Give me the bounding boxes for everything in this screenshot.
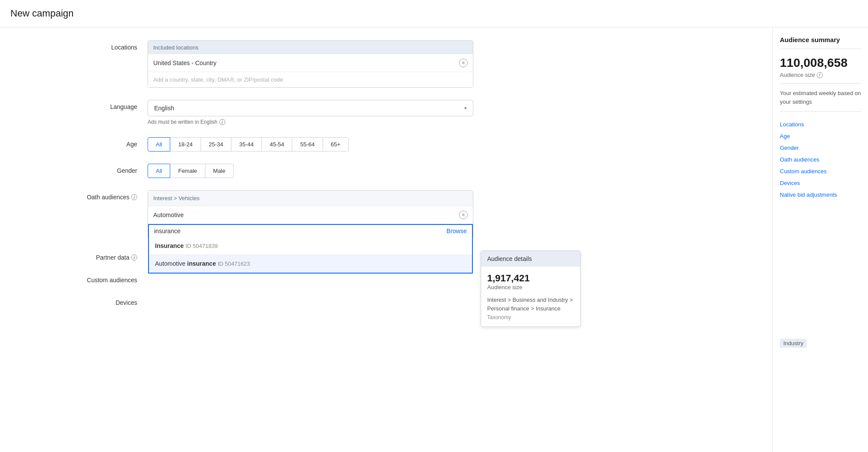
dropdown-item-auto-insurance[interactable]: Automotive insurance ID 50471623 Audienc… xyxy=(149,255,472,273)
language-label: Language xyxy=(78,100,148,110)
main-layout: Locations Included locations United Stat… xyxy=(0,27,868,452)
browse-button[interactable]: Browse xyxy=(446,228,467,234)
age-18-24-button[interactable]: 18-24 xyxy=(170,137,201,152)
oath-tag-row: Automotive ✕ xyxy=(148,206,473,224)
location-item-us: United States - Country ✕ xyxy=(148,54,473,72)
audience-detail-size-label: Audience size xyxy=(487,284,574,290)
oath-audiences-row: Oath audiences i Interest > Vehicles Aut… xyxy=(78,190,746,238)
remove-automotive-button[interactable]: ✕ xyxy=(459,211,468,219)
oath-info-icon[interactable]: i xyxy=(131,194,137,200)
audience-sidebar: Audience summary 110,008,658 Audience si… xyxy=(772,27,868,452)
dropdown-item-auto-prefix: Automotive xyxy=(155,260,185,267)
oath-dropdown-results: Insurance ID 50471839 Automotive insuran… xyxy=(148,237,473,274)
language-dropdown[interactable]: English ▾ xyxy=(148,100,473,116)
remove-location-button[interactable]: ✕ xyxy=(459,59,468,67)
locations-label: Locations xyxy=(78,40,148,51)
sidebar-item-age[interactable]: Age xyxy=(780,130,861,142)
dropdown-item-insurance-bold: Insurance xyxy=(155,242,184,249)
locations-control: Included locations United States - Count… xyxy=(148,40,473,88)
sidebar-audience-size-label: Audience size xyxy=(780,72,815,78)
oath-search-input[interactable] xyxy=(154,228,446,234)
panel-arrow-left xyxy=(481,285,481,292)
audience-details-body: 1,917,421 Audience size Interest > Busin… xyxy=(481,267,580,327)
oath-tag-automotive: Automotive xyxy=(153,211,184,218)
custom-audiences-row: Custom audiences xyxy=(78,273,746,284)
sidebar-item-gender[interactable]: Gender xyxy=(780,142,861,154)
sidebar-item-locations[interactable]: Locations xyxy=(780,119,861,130)
audience-detail-taxonomy-label: Taxonomy xyxy=(487,314,574,320)
location-input-placeholder[interactable]: Add a country, state, city, DMA®, or ZIP… xyxy=(148,72,473,87)
age-label: Age xyxy=(78,137,148,148)
custom-audiences-label: Custom audiences xyxy=(78,273,148,284)
audience-detail-size-number: 1,917,421 xyxy=(487,273,574,284)
devices-label: Devices xyxy=(78,296,148,306)
location-text-us: United States - Country xyxy=(153,59,217,66)
age-55-64-button[interactable]: 55-64 xyxy=(292,137,323,152)
audience-detail-taxonomy: Interest > Business and Industry > Perso… xyxy=(487,296,574,313)
oath-audiences-control: Interest > Vehicles Automotive ✕ Browse … xyxy=(148,190,473,238)
sidebar-title: Audience summary xyxy=(780,36,861,49)
age-45-54-button[interactable]: 45-54 xyxy=(261,137,292,152)
industry-badge: Industry xyxy=(780,339,807,348)
language-info-icon[interactable]: i xyxy=(219,119,225,125)
form-area: Locations Included locations United Stat… xyxy=(0,27,772,452)
audience-details-header: Audience details xyxy=(481,251,580,267)
locations-box: Included locations United States - Count… xyxy=(148,40,473,88)
sidebar-item-custom-audiences[interactable]: Custom audiences xyxy=(780,165,861,177)
gender-all-button[interactable]: All xyxy=(148,164,170,178)
oath-search-row: Browse Insurance ID 50471839 Automotive … xyxy=(148,224,473,238)
age-control: All 18-24 25-34 35-44 45-54 55-64 65+ xyxy=(148,137,473,152)
age-65plus-button[interactable]: 65+ xyxy=(323,137,349,152)
oath-audiences-box: Interest > Vehicles Automotive ✕ Browse … xyxy=(148,190,473,238)
sidebar-item-oath-audiences[interactable]: Oath audiences xyxy=(780,154,861,165)
age-all-button[interactable]: All xyxy=(148,137,170,152)
partner-data-label: Partner data i xyxy=(78,251,148,261)
sidebar-item-native-bid[interactable]: Native bid adjustments xyxy=(780,189,861,201)
age-row: Age All 18-24 25-34 35-44 45-54 55-64 65… xyxy=(78,137,746,152)
dropdown-item-insurance[interactable]: Insurance ID 50471839 xyxy=(149,237,472,255)
dropdown-item-auto-id: ID 50471623 xyxy=(218,261,250,267)
partner-data-info-icon[interactable]: i xyxy=(131,254,137,261)
gender-control: All Female Male xyxy=(148,164,473,178)
sidebar-estimated-text: Your estimated weekly based on your sett… xyxy=(780,89,861,112)
gender-female-button[interactable]: Female xyxy=(170,164,205,178)
sidebar-item-devices[interactable]: Devices xyxy=(780,177,861,189)
sidebar-audience-size-row: Audience size i xyxy=(780,72,861,84)
age-button-group: All 18-24 25-34 35-44 45-54 55-64 65+ xyxy=(148,137,473,152)
gender-label: Gender xyxy=(78,164,148,174)
age-35-44-button[interactable]: 35-44 xyxy=(231,137,262,152)
page-title: New campaign xyxy=(10,8,858,19)
age-25-34-button[interactable]: 25-34 xyxy=(201,137,231,152)
language-hint: Ads must be written in English i xyxy=(148,119,473,125)
locations-header: Included locations xyxy=(148,41,473,54)
oath-audiences-label: Oath audiences i xyxy=(78,190,148,201)
chevron-down-icon: ▾ xyxy=(464,105,467,111)
audience-size-info-icon[interactable]: i xyxy=(817,72,823,78)
gender-row: Gender All Female Male xyxy=(78,164,746,178)
language-row: Language English ▾ Ads must be written i… xyxy=(78,100,746,125)
language-value: English xyxy=(154,105,174,112)
audience-details-panel: Audience details 1,917,421 Audience size… xyxy=(481,251,581,327)
page-header: New campaign xyxy=(0,0,868,27)
dropdown-item-auto-bold: insurance xyxy=(187,260,216,267)
sidebar-audience-number: 110,008,658 xyxy=(780,56,861,70)
gender-male-button[interactable]: Male xyxy=(205,164,234,178)
gender-button-group: All Female Male xyxy=(148,164,473,178)
dropdown-item-insurance-id: ID 50471839 xyxy=(185,243,218,249)
devices-row: Devices xyxy=(78,296,746,306)
locations-row: Locations Included locations United Stat… xyxy=(78,40,746,88)
oath-category: Interest > Vehicles xyxy=(148,191,473,206)
language-control: English ▾ Ads must be written in English… xyxy=(148,100,473,125)
